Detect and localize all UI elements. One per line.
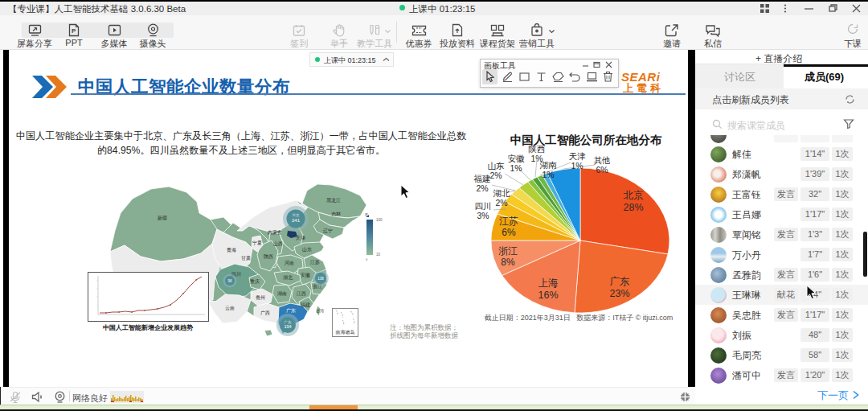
svg-text:新疆: 新疆	[158, 215, 167, 221]
svg-text:内蒙古: 内蒙古	[268, 230, 282, 236]
svg-text:湖北: 湖北	[283, 274, 293, 281]
svg-text:甘肃: 甘肃	[241, 256, 251, 261]
svg-text:96: 96	[227, 279, 232, 283]
svg-text:台湾: 台湾	[316, 308, 324, 314]
svg-text:贵州: 贵州	[256, 295, 265, 301]
svg-text:青海: 青海	[227, 248, 236, 253]
svg-text:P: P	[72, 27, 76, 35]
svg-text:家: 家	[365, 212, 368, 216]
svg-text:河南: 河南	[285, 261, 294, 265]
svg-text:广西: 广西	[260, 310, 270, 316]
svg-text:宁夏: 宁夏	[252, 240, 262, 246]
svg-text:138: 138	[317, 277, 324, 281]
svg-text:100: 100	[376, 218, 383, 222]
svg-text:0: 0	[366, 257, 368, 261]
svg-text:黑龙江: 黑龙江	[326, 198, 341, 203]
svg-text:湖南: 湖南	[277, 291, 287, 296]
svg-text:北京: 北京	[293, 213, 301, 217]
svg-text:山西: 山西	[273, 241, 283, 247]
svg-text:吉林: 吉林	[331, 212, 342, 217]
svg-text:江西: 江西	[297, 291, 306, 297]
svg-text:241: 241	[292, 218, 301, 223]
svg-text:陕西: 陕西	[264, 253, 273, 260]
svg-text:重庆: 重庆	[249, 278, 260, 284]
svg-text:江苏: 江苏	[310, 259, 320, 265]
svg-text:安徽: 安徽	[301, 272, 310, 278]
svg-text:辽宁: 辽宁	[323, 228, 333, 233]
svg-text:10: 10	[376, 253, 381, 257]
svg-text:云南: 云南	[225, 306, 235, 310]
svg-text:山东: 山东	[302, 246, 312, 252]
svg-text:194: 194	[284, 324, 291, 329]
svg-text:广东: 广东	[286, 307, 296, 313]
svg-text:福建: 福建	[301, 302, 310, 308]
